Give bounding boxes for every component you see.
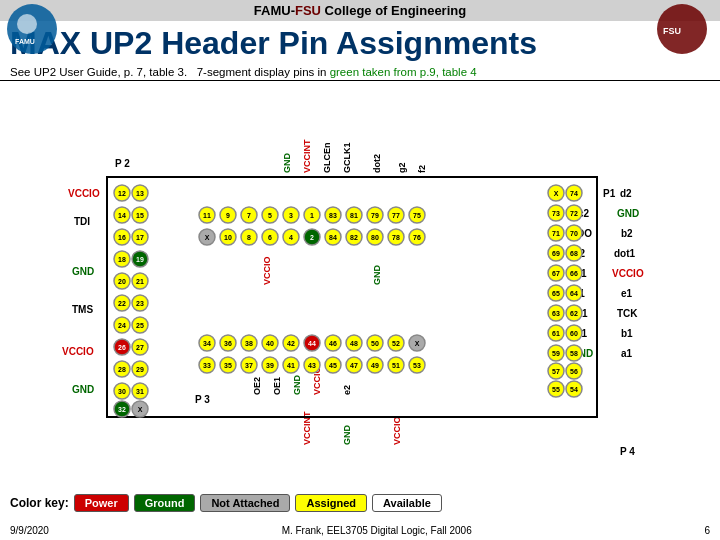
svg-text:43: 43: [308, 362, 316, 369]
svg-point-166: [262, 229, 278, 245]
svg-text:36: 36: [224, 340, 232, 347]
svg-point-132: [566, 363, 582, 379]
svg-text:79: 79: [371, 212, 379, 219]
svg-text:59: 59: [552, 350, 560, 357]
svg-text:a1: a1: [621, 348, 633, 359]
svg-point-108: [566, 245, 582, 261]
svg-text:6: 6: [268, 234, 272, 241]
svg-point-118: [548, 305, 564, 321]
svg-point-124: [566, 325, 582, 341]
svg-point-56: [132, 207, 148, 223]
svg-point-156: [388, 207, 404, 223]
svg-text:28: 28: [118, 366, 126, 373]
svg-point-198: [367, 335, 383, 351]
svg-text:GCLK1: GCLK1: [342, 142, 352, 173]
color-key: Color key: Power Ground Not Attached Ass…: [10, 494, 442, 512]
svg-text:64: 64: [570, 290, 578, 297]
svg-text:21: 21: [136, 278, 144, 285]
svg-point-184: [220, 335, 236, 351]
svg-text:80: 80: [371, 234, 379, 241]
svg-point-224: [409, 357, 425, 373]
svg-point-54: [114, 207, 130, 223]
svg-text:OE2: OE2: [252, 377, 262, 395]
svg-point-82: [114, 361, 130, 377]
svg-text:16: 16: [118, 234, 126, 241]
svg-text:38: 38: [245, 340, 253, 347]
svg-point-176: [367, 229, 383, 245]
svg-text:30: 30: [118, 388, 126, 395]
svg-point-112: [566, 265, 582, 281]
svg-text:GND: GND: [571, 348, 593, 359]
svg-point-206: [220, 357, 236, 373]
svg-text:49: 49: [371, 362, 379, 369]
svg-text:82: 82: [350, 234, 358, 241]
svg-point-80: [132, 339, 148, 355]
svg-text:15: 15: [136, 212, 144, 219]
svg-text:X: X: [205, 234, 210, 241]
svg-text:d2: d2: [620, 188, 632, 199]
svg-point-116: [566, 285, 582, 301]
svg-text:VCCINT: VCCINT: [302, 139, 312, 173]
svg-point-170: [304, 229, 320, 245]
svg-text:GND: GND: [72, 384, 94, 395]
footer-date: 9/9/2020: [10, 525, 49, 536]
svg-point-168: [283, 229, 299, 245]
svg-text:51: 51: [392, 362, 400, 369]
svg-point-188: [262, 335, 278, 351]
svg-text:dot1: dot1: [614, 248, 636, 259]
svg-text:68: 68: [570, 250, 578, 257]
svg-point-134: [548, 381, 564, 397]
svg-text:g2: g2: [397, 162, 407, 173]
svg-point-210: [262, 357, 278, 373]
svg-text:18: 18: [118, 256, 126, 263]
svg-text:8: 8: [247, 234, 251, 241]
header-famu: FAMU: [254, 3, 291, 18]
svg-point-142: [241, 207, 257, 223]
svg-text:14: 14: [118, 212, 126, 219]
svg-text:b1: b1: [621, 328, 633, 339]
svg-point-144: [262, 207, 278, 223]
svg-point-86: [114, 383, 130, 399]
svg-point-154: [367, 207, 383, 223]
svg-point-66: [114, 273, 130, 289]
key-not-attached: Not Attached: [200, 494, 290, 512]
svg-text:39: 39: [266, 362, 274, 369]
svg-point-58: [114, 229, 130, 245]
svg-text:53: 53: [413, 362, 421, 369]
svg-text:11: 11: [203, 212, 211, 219]
svg-point-200: [388, 335, 404, 351]
svg-point-1: [17, 14, 37, 34]
svg-text:GND: GND: [282, 153, 292, 174]
svg-point-136: [566, 381, 582, 397]
svg-point-140: [220, 207, 236, 223]
svg-text:78: 78: [392, 234, 400, 241]
svg-text:42: 42: [287, 340, 295, 347]
svg-text:FAMU: FAMU: [15, 38, 35, 45]
svg-point-214: [304, 357, 320, 373]
svg-point-120: [566, 305, 582, 321]
svg-text:52: 52: [392, 340, 400, 347]
svg-text:GND: GND: [342, 425, 352, 446]
svg-text:76: 76: [413, 234, 421, 241]
svg-point-180: [409, 229, 425, 245]
svg-point-50: [114, 185, 130, 201]
svg-text:71: 71: [552, 230, 560, 237]
svg-text:25: 25: [136, 322, 144, 329]
svg-text:84: 84: [329, 234, 337, 241]
color-key-label: Color key:: [10, 496, 69, 510]
svg-text:a2: a2: [574, 248, 586, 259]
svg-point-98: [548, 205, 564, 221]
svg-point-186: [241, 335, 257, 351]
svg-text:GND: GND: [372, 265, 382, 286]
svg-text:f1: f1: [576, 288, 585, 299]
svg-text:2: 2: [310, 234, 314, 241]
svg-point-146: [283, 207, 299, 223]
svg-text:37: 37: [245, 362, 253, 369]
svg-text:45: 45: [329, 362, 337, 369]
svg-text:60: 60: [570, 330, 578, 337]
svg-text:c2: c2: [578, 208, 590, 219]
svg-point-92: [132, 401, 148, 417]
svg-text:e2: e2: [342, 385, 352, 395]
svg-text:23: 23: [136, 300, 144, 307]
svg-text:70: 70: [570, 230, 578, 237]
